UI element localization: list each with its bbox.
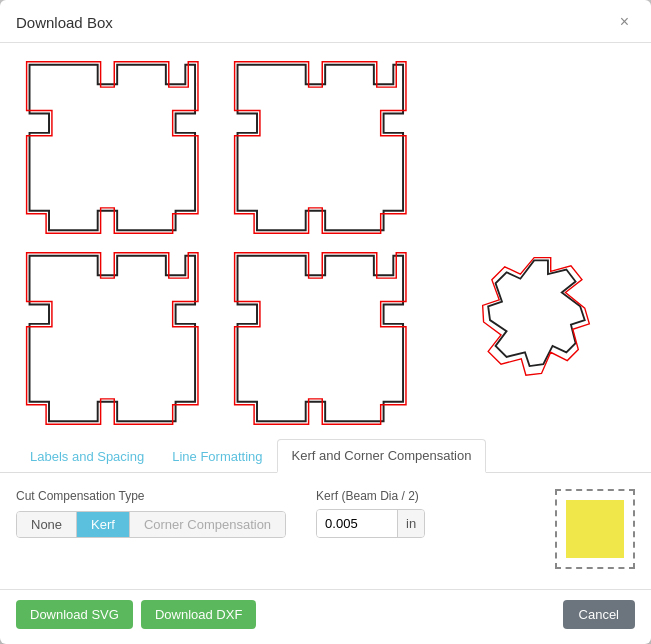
cut-compensation-radio-group: None Kerf Corner Compensation [16, 511, 286, 538]
content-area: Cut Compensation Type None Kerf Corner C… [0, 473, 651, 581]
tab-kerf[interactable]: Kerf and Corner Compensation [277, 439, 487, 473]
download-svg-button[interactable]: Download SVG [16, 600, 133, 629]
tab-line[interactable]: Line Formatting [158, 441, 276, 472]
shape-preview-5 [224, 246, 426, 431]
shape-preview-4 [16, 246, 218, 431]
square-preview-section [455, 489, 635, 569]
kerf-section: Kerf (Beam Dia / 2) in [316, 489, 425, 538]
download-dxf-button[interactable]: Download DXF [141, 600, 256, 629]
shape-preview-1 [16, 55, 218, 240]
close-button[interactable]: × [614, 12, 635, 32]
kerf-label: Kerf (Beam Dia / 2) [316, 489, 425, 503]
cut-compensation-section: Cut Compensation Type None Kerf Corner C… [16, 489, 286, 538]
cut-compensation-label: Cut Compensation Type [16, 489, 286, 503]
controls-row: Cut Compensation Type None Kerf Corner C… [16, 489, 635, 569]
kerf-unit: in [397, 510, 424, 537]
cancel-button[interactable]: Cancel [563, 600, 635, 629]
kerf-button[interactable]: Kerf [77, 512, 130, 537]
footer: Download SVG Download DXF Cancel [0, 589, 651, 639]
yellow-square [566, 500, 624, 558]
footer-download-buttons: Download SVG Download DXF [16, 600, 256, 629]
none-button[interactable]: None [17, 512, 77, 537]
tab-labels[interactable]: Labels and Spacing [16, 441, 158, 472]
corner-compensation-button[interactable]: Corner Compensation [130, 512, 285, 537]
shape-preview-2 [224, 55, 426, 240]
shape-preview-3 [433, 55, 635, 240]
kerf-visual-preview [555, 489, 635, 569]
tabs-bar: Labels and Spacing Line Formatting Kerf … [0, 439, 651, 473]
dialog-title: Download Box [16, 14, 113, 31]
download-box-dialog: Download Box × [0, 0, 651, 644]
kerf-input[interactable] [317, 510, 397, 537]
shape-preview-gear [433, 246, 635, 431]
kerf-input-group: in [316, 509, 425, 538]
preview-area [0, 43, 651, 439]
dialog-header: Download Box × [0, 0, 651, 43]
